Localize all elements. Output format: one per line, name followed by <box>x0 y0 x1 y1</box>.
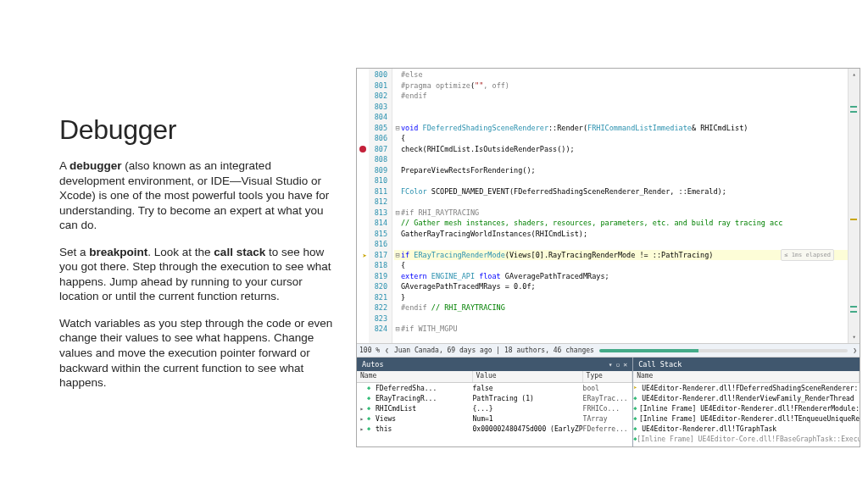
callstack-row[interactable]: ◆[Inline Frame] UE4Editor-Renderer.dll!F… <box>633 403 860 413</box>
scroll-up-icon[interactable]: ▴ <box>849 69 860 80</box>
paragraph-2: Set a breakpoint. Look at the call stack… <box>59 245 339 304</box>
autos-col-value[interactable]: Value <box>473 371 583 382</box>
callstack-row[interactable]: ◆UE4Editor-Renderer.dll!RenderViewFamily… <box>633 393 860 403</box>
callstack-col-name[interactable]: Name <box>633 371 860 382</box>
code-line[interactable]: GAveragePathTracedMRays = 0.0f; <box>394 281 848 292</box>
code-line[interactable]: ⊟void FDeferredShadingSceneRenderer::Ren… <box>394 123 848 134</box>
code-line[interactable]: #endif <box>394 91 848 102</box>
autos-row[interactable]: ▸◆RHICmdList{...}FRHICo... <box>357 403 632 413</box>
code-line[interactable] <box>394 313 848 324</box>
code-line[interactable]: ⊟#if RHI_RAYTRACING <box>394 208 848 219</box>
nav-back-icon[interactable]: ❮ <box>385 347 389 354</box>
callstack-row[interactable]: ◆[Inline Frame] UE4Editor-Renderer.dll!T… <box>633 413 860 424</box>
variable-icon: ◆ <box>367 405 376 412</box>
paragraph-1: A debugger (also known as an integrated … <box>59 158 339 233</box>
callstack-row[interactable]: ◆[Inline Frame] UE4Editor-Core.dll!FBase… <box>633 434 860 444</box>
callstack-panel: Call Stack Name ➤UE4Editor-Renderer.dll!… <box>633 358 860 446</box>
fold-icon[interactable]: ⊟ <box>394 208 401 219</box>
editor-status-bar: 100 % ❮ Juan Canada, 69 days ago | 18 au… <box>357 343 860 358</box>
ide-window: 8008018028038048058068078088098108118128… <box>356 68 860 447</box>
autos-panel-title: Autos <box>362 360 384 369</box>
code-line[interactable] <box>394 239 848 250</box>
callstack-row[interactable]: ➤UE4Editor-Renderer.dll!FDeferredShading… <box>633 383 860 393</box>
zoom-level[interactable]: 100 % <box>359 347 380 354</box>
fold-icon[interactable]: ⊟ <box>394 324 401 335</box>
code-line[interactable] <box>394 102 848 113</box>
variable-icon: ◆ <box>367 385 376 391</box>
perf-tip[interactable]: ≤ 1ms elapsed <box>781 249 834 262</box>
code-line[interactable]: PrepareViewRectsForRendering(); <box>394 165 848 176</box>
code-line[interactable]: ⊟#if WITH_MGPU <box>394 324 848 335</box>
panel-dropdown-icon[interactable]: ▾ <box>609 361 613 369</box>
scroll-down-icon[interactable]: ▾ <box>849 331 860 343</box>
autos-row[interactable]: ◆FDeferredSha...falsebool <box>357 383 632 393</box>
variable-icon: ◆ <box>367 425 376 432</box>
autos-col-name[interactable]: Name <box>357 371 473 382</box>
code-line[interactable]: FColor SCOPED_NAMED_EVENT(FDeferredShadi… <box>394 186 848 197</box>
variable-icon: ◆ <box>367 415 376 422</box>
code-line[interactable] <box>394 197 848 208</box>
execution-pointer-icon[interactable]: ➤ <box>359 251 367 258</box>
autos-col-type[interactable]: Type <box>583 371 633 382</box>
code-line[interactable] <box>394 154 848 165</box>
code-line[interactable] <box>394 175 848 186</box>
variable-icon: ◆ <box>367 395 376 402</box>
autos-row[interactable]: ◆ERayTracingR...PathTracing (1)ERayTrac.… <box>357 393 632 403</box>
code-line[interactable]: extern ENGINE_API float GAveragePathTrac… <box>394 271 848 282</box>
fold-icon[interactable]: ⊟ <box>394 250 401 261</box>
frame-icon: ◆ <box>633 395 642 402</box>
callstack-panel-title: Call Stack <box>638 360 682 369</box>
frame-icon: ◆ <box>633 405 639 412</box>
code-line[interactable]: check(RHICmdList.IsOutsideRenderPass()); <box>394 144 848 155</box>
code-line[interactable]: // Gather mesh instances, shaders, resou… <box>394 218 848 229</box>
expand-icon[interactable]: ▸ <box>357 425 367 433</box>
line-number-gutter[interactable]: 8008018028038048058068078088098108118128… <box>357 69 392 343</box>
expand-icon[interactable]: ▸ <box>357 415 367 423</box>
paragraph-3: Watch variables as you step through the … <box>59 316 339 391</box>
breakpoint-icon[interactable] <box>359 146 366 152</box>
blame-info[interactable]: Juan Canada, 69 days ago | 18 authors, 4… <box>394 347 594 354</box>
nav-forward-icon[interactable]: ❯ <box>853 347 857 354</box>
code-line[interactable]: } <box>394 292 848 303</box>
expand-icon[interactable]: ▸ <box>357 405 367 413</box>
callstack-row[interactable]: ◆UE4Editor-Renderer.dll!TGraphTask <box>633 424 860 434</box>
change-slider[interactable] <box>599 349 848 352</box>
autos-row[interactable]: ▸◆ViewsNum=1TArray <box>357 413 632 424</box>
code-line[interactable]: { <box>394 133 848 144</box>
vertical-scrollbar[interactable]: ▴ ▾ <box>848 69 860 343</box>
code-line[interactable]: { <box>394 260 848 271</box>
code-line[interactable]: ⊟ if ERayTracingRenderMode(Views[0].RayT… <box>394 250 848 261</box>
code-line[interactable]: #else <box>394 69 848 80</box>
code-line[interactable]: #pragma optimize("", off) <box>394 80 848 92</box>
autos-panel: Autos ▾ ▫ ✕ Name Value Type ◆FDeferredSh… <box>357 358 633 446</box>
fold-icon[interactable]: ⊟ <box>394 123 401 134</box>
code-line[interactable]: #endif // RHI_RAYTRACING <box>394 302 848 313</box>
code-line[interactable] <box>394 112 848 123</box>
frame-icon: ◆ <box>633 425 642 432</box>
autos-row[interactable]: ▸◆this0x00000248047Sd000 (EarlyZP...FDef… <box>357 424 632 434</box>
page-title: Debugger <box>59 114 339 146</box>
frame-icon: ➤ <box>633 385 642 391</box>
panel-close-icon[interactable]: ✕ <box>623 361 627 369</box>
code-editor[interactable]: #else#pragma optimize("", off)#endif⊟voi… <box>392 69 848 343</box>
code-line[interactable]: GatherRayTracingWorldInstances(RHICmdLis… <box>394 229 848 240</box>
panel-pin-icon[interactable]: ▫ <box>615 361 620 369</box>
frame-icon: ◆ <box>633 415 639 422</box>
